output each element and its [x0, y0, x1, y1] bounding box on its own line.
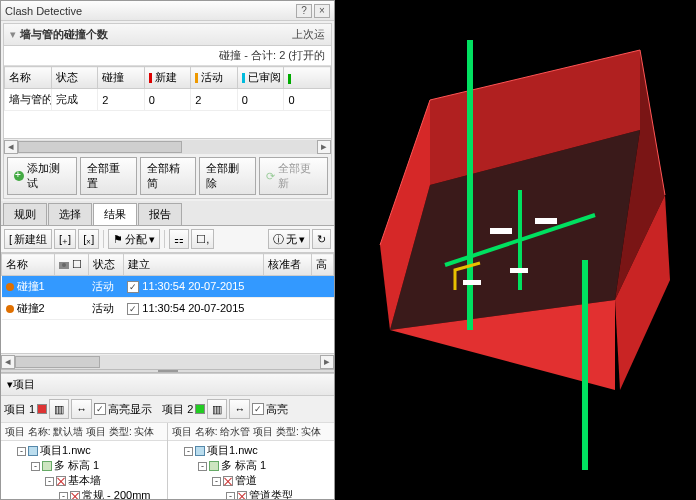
project1-tree[interactable]: -项目1.nwc-多 标高 1-基本墙-常规 - 200mm-基本墙默认墙	[1, 441, 167, 499]
tree-node[interactable]: -项目1.nwc-多 标高 1-管道-管道类型-默认给水管	[184, 443, 332, 499]
clashset-cell[interactable]: 0	[237, 89, 284, 111]
results-grid[interactable]: 名称 ☐状态建立核准者高碰撞1活动✓ 11:30:54 20-07-2015碰撞…	[1, 253, 334, 353]
project2-label: 项目 2	[162, 402, 193, 417]
project2-pane: 项目 名称: 给水管 项目 类型: 实体 -项目1.nwc-多 标高 1-管道-…	[168, 423, 334, 499]
clashset-col[interactable]: 新建	[144, 67, 191, 89]
project-header[interactable]: ▾ 项目	[1, 373, 334, 396]
scroll-left-icon[interactable]: ◂	[4, 140, 18, 154]
group-button[interactable]: [₊]	[54, 229, 76, 249]
compact-all-button[interactable]: 全部精简	[140, 157, 197, 195]
tab-0[interactable]: 规则	[3, 203, 47, 225]
project1-pane: 项目 名称: 默认墙 项目 类型: 实体 -项目1.nwc-多 标高 1-基本墙…	[1, 423, 168, 499]
clashset-cell[interactable]: 2	[98, 89, 145, 111]
rerun-button[interactable]: ↻	[312, 229, 331, 249]
x-icon	[237, 491, 247, 499]
project-title: 项目	[13, 377, 35, 392]
tree-node[interactable]: -项目1.nwc-多 标高 1-基本墙-常规 - 200mm-基本墙默认墙	[17, 443, 165, 499]
results-col[interactable]: 建立	[123, 254, 264, 276]
clashset-header[interactable]: ▾ 墙与管的碰撞个数 上次运	[4, 24, 331, 46]
cat-icon	[42, 461, 52, 471]
file-icon	[195, 446, 205, 456]
tree-node[interactable]: -常规 - 200mm-基本墙默认墙	[59, 488, 165, 499]
result-row[interactable]: 碰撞1活动✓ 11:30:54 20-07-2015	[2, 276, 334, 298]
reset-all-button[interactable]: 全部重置	[80, 157, 137, 195]
clashset-hscroll[interactable]: ◂ ▸	[4, 138, 331, 154]
tree-node[interactable]: -基本墙-常规 - 200mm-基本墙默认墙	[45, 473, 165, 499]
clashset-col[interactable]: 活动	[191, 67, 238, 89]
p2-btn1[interactable]: ▥	[207, 399, 227, 419]
none-filter-button[interactable]: ⓘ无▾	[268, 229, 310, 249]
p2-highlight-check[interactable]: ✓	[252, 403, 264, 415]
tab-1[interactable]: 选择	[48, 203, 92, 225]
help-button[interactable]: ?	[296, 4, 312, 18]
p1-highlight-label: 高亮显示	[108, 402, 152, 417]
filter-button[interactable]: ⚏	[169, 229, 189, 249]
clashset-cell[interactable]: 0	[284, 89, 331, 111]
project2-meta: 项目 名称: 给水管 项目 类型: 实体	[168, 423, 334, 441]
clashset-cell[interactable]: 0	[144, 89, 191, 111]
svg-rect-14	[510, 268, 528, 273]
results-col[interactable]: 状态	[88, 254, 123, 276]
x-icon	[56, 476, 66, 486]
camera-icon	[59, 262, 69, 269]
scroll-right-icon[interactable]: ▸	[320, 355, 334, 369]
tab-2[interactable]: 结果	[93, 203, 137, 225]
collapse-icon: ▾	[10, 28, 16, 41]
x-icon	[223, 476, 233, 486]
clashset-col[interactable]	[284, 67, 331, 89]
add-test-button[interactable]: 添加测试	[7, 157, 77, 195]
p1-btn2[interactable]: ↔	[71, 399, 92, 419]
plus-icon	[14, 171, 24, 181]
p2-highlight-label: 高亮	[266, 402, 288, 417]
clashset-col[interactable]: 碰撞	[98, 67, 145, 89]
project1-label: 项目 1	[4, 402, 35, 417]
p1-highlight-check[interactable]: ✓	[94, 403, 106, 415]
project-panes: 项目 名称: 默认墙 项目 类型: 实体 -项目1.nwc-多 标高 1-基本墙…	[1, 423, 334, 499]
project1-color[interactable]	[37, 404, 47, 414]
result-row[interactable]: 碰撞2活动✓ 11:30:54 20-07-2015	[2, 298, 334, 320]
svg-rect-11	[490, 228, 512, 234]
project2-tree[interactable]: -项目1.nwc-多 标高 1-管道-管道类型-默认给水管	[168, 441, 334, 499]
scroll-left-icon[interactable]: ◂	[1, 355, 15, 369]
clashset-buttons: 添加测试 全部重置 全部精简 全部删除 ⟳ 全部更新	[4, 154, 331, 198]
results-toolbar: [新建组 [₊] [ₓ] ⚑分配▾ ⚏ ☐, ⓘ无▾ ↻	[1, 226, 334, 253]
results-hscroll[interactable]: ◂ ▸	[1, 353, 334, 369]
tree-node[interactable]: -多 标高 1-基本墙-常规 - 200mm-基本墙默认墙	[31, 458, 165, 499]
3d-viewport[interactable]	[335, 0, 696, 500]
tab-3[interactable]: 报告	[138, 203, 182, 225]
clashset-section: ▾ 墙与管的碰撞个数 上次运 碰撞 - 合计: 2 (打开的 名称状态碰撞新建活…	[3, 23, 332, 199]
tree-node[interactable]: -管道-管道类型-默认给水管	[212, 473, 332, 499]
scene	[335, 0, 696, 500]
clashset-cell[interactable]: 墙与管的碰撞个数	[5, 89, 52, 111]
close-button[interactable]: ×	[314, 4, 330, 18]
p1-btn1[interactable]: ▥	[49, 399, 69, 419]
clashset-col[interactable]: 名称	[5, 67, 52, 89]
p2-btn2[interactable]: ↔	[229, 399, 250, 419]
scroll-right-icon[interactable]: ▸	[317, 140, 331, 154]
tabstrip: 规则选择结果报告	[1, 201, 334, 226]
delete-all-button[interactable]: 全部删除	[199, 157, 256, 195]
update-all-button[interactable]: ⟳ 全部更新	[259, 157, 328, 195]
tree-node[interactable]: -管道类型-默认给水管	[226, 488, 332, 499]
svg-rect-12	[535, 218, 557, 224]
project2-color[interactable]	[195, 404, 205, 414]
cat-icon	[209, 461, 219, 471]
clashset-cell[interactable]: 2	[191, 89, 238, 111]
assign-button[interactable]: ⚑分配▾	[108, 229, 160, 249]
clashset-col[interactable]: 已审阅	[237, 67, 284, 89]
clashset-cell[interactable]: 完成	[51, 89, 98, 111]
clash-panel: Clash Detective ? × ▾ 墙与管的碰撞个数 上次运 碰撞 - …	[0, 0, 335, 500]
new-group-button[interactable]: [新建组	[4, 229, 52, 249]
clashset-grid[interactable]: 名称状态碰撞新建活动已审阅墙与管的碰撞个数完成20200	[4, 66, 331, 138]
project1-meta: 项目 名称: 默认墙 项目 类型: 实体	[1, 423, 167, 441]
window-title: Clash Detective	[5, 5, 294, 17]
tree-node[interactable]: -多 标高 1-管道-管道类型-默认给水管	[198, 458, 332, 499]
clashset-title: 墙与管的碰撞个数	[20, 27, 292, 42]
clashset-col[interactable]: 状态	[51, 67, 98, 89]
results-col[interactable]: ☐	[54, 254, 88, 276]
comment-button[interactable]: ☐,	[191, 229, 214, 249]
results-col[interactable]: 核准者	[264, 254, 311, 276]
ungroup-button[interactable]: [ₓ]	[78, 229, 99, 249]
results-col[interactable]: 高	[311, 254, 334, 276]
results-col[interactable]: 名称	[2, 254, 55, 276]
